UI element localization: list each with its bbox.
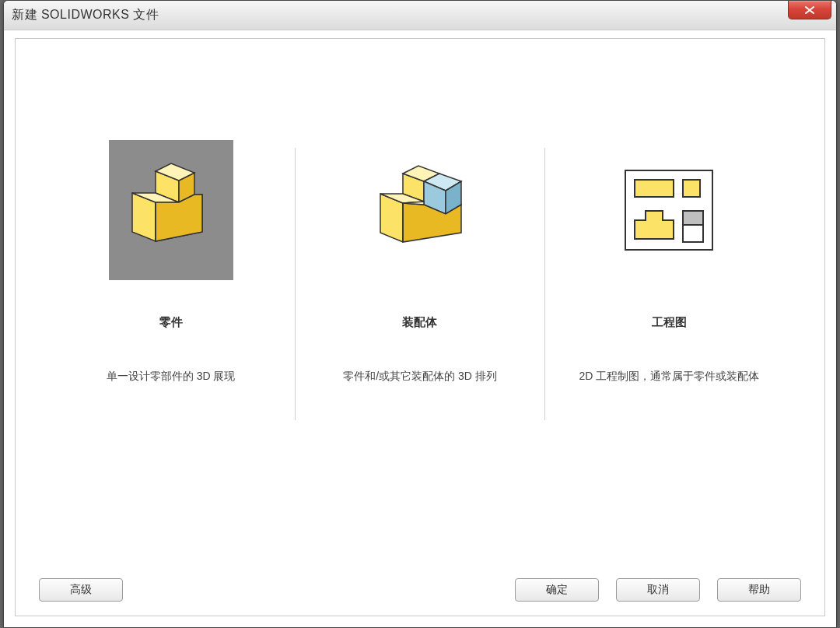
- svg-rect-22: [683, 211, 703, 225]
- template-options-row: 零件 单一设计零部件的 3D 展现: [16, 39, 824, 451]
- option-assembly[interactable]: 装配体 零件和/或其它装配体的 3D 排列: [296, 140, 544, 384]
- part-icon: [121, 160, 222, 261]
- cancel-button[interactable]: 取消: [616, 578, 700, 602]
- window-title: 新建 SOLIDWORKS 文件: [12, 7, 159, 23]
- ok-button[interactable]: 确定: [515, 578, 599, 602]
- svg-rect-23: [683, 225, 703, 242]
- drawing-icon: [622, 167, 716, 253]
- help-button[interactable]: 帮助: [717, 578, 801, 602]
- part-icon-box: [109, 140, 233, 280]
- option-part[interactable]: 零件 单一设计零部件的 3D 展现: [47, 140, 295, 384]
- dialog-window: 新建 SOLIDWORKS 文件: [3, 0, 837, 628]
- button-group-right: 确定 取消 帮助: [515, 578, 801, 602]
- option-title: 装配体: [402, 315, 437, 330]
- option-title: 零件: [159, 315, 183, 330]
- close-button[interactable]: [788, 1, 831, 19]
- option-description: 2D 工程制图，通常属于零件或装配体: [579, 369, 759, 384]
- assembly-icon-box: [358, 140, 482, 280]
- advanced-button[interactable]: 高级: [39, 578, 123, 602]
- button-row: 高级 确定 取消 帮助: [39, 578, 801, 602]
- dialog-content: 零件 单一设计零部件的 3D 展现: [15, 38, 825, 616]
- drawing-icon-box: [607, 140, 731, 280]
- close-icon: [804, 6, 815, 14]
- option-description: 单一设计零部件的 3D 展现: [107, 369, 236, 384]
- titlebar: 新建 SOLIDWORKS 文件: [4, 1, 836, 30]
- svg-rect-21: [683, 180, 700, 197]
- svg-rect-20: [635, 180, 674, 197]
- assembly-icon: [369, 160, 471, 261]
- option-description: 零件和/或其它装配体的 3D 排列: [343, 369, 497, 384]
- option-drawing[interactable]: 工程图 2D 工程制图，通常属于零件或装配体: [545, 140, 793, 384]
- option-title: 工程图: [652, 315, 687, 330]
